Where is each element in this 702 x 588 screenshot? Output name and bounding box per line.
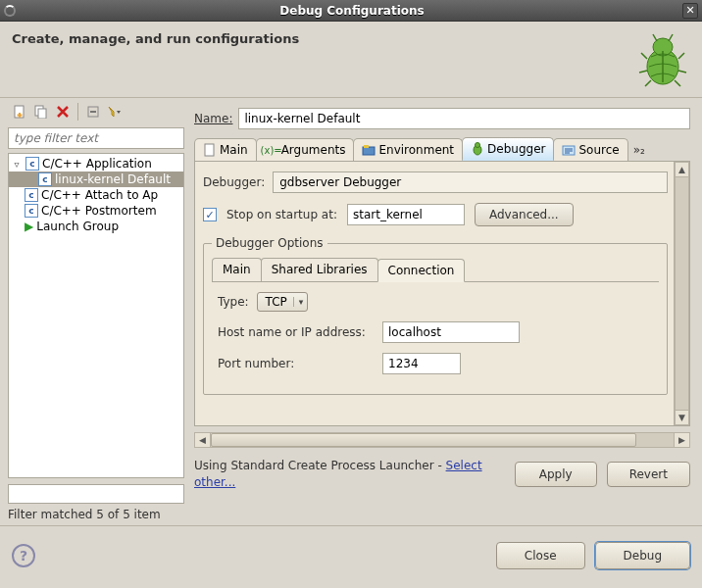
scroll-track[interactable] [211,433,674,447]
tabs-overflow-button[interactable]: »₂ [627,139,651,161]
tab-arguments[interactable]: (x)= Arguments [256,138,355,161]
subtab-connection[interactable]: Connection [377,259,466,282]
tree-label: C/C++ Attach to Ap [41,188,158,202]
debugger-label: Debugger: [203,175,265,189]
tab-label: Arguments [281,143,346,157]
tab-label: Main [220,143,248,157]
new-config-button[interactable] [10,102,29,122]
left-panel: ▿ c C/C++ Application c linux-kernel Def… [8,98,184,521]
tab-label: Environment [378,143,454,157]
svg-point-12 [476,143,480,148]
scroll-track[interactable] [675,177,689,410]
advanced-button[interactable]: Advanced... [475,203,574,226]
filter-status: Filter matched 5 of 5 item [8,508,184,521]
config-name-input[interactable] [238,108,690,129]
header-title: Create, manage, and run configurations [12,31,690,46]
dialog-footer: ? Close Debug [0,525,702,584]
debug-button[interactable]: Debug [595,542,690,569]
scroll-left-button[interactable]: ◀ [195,433,211,447]
filter-input[interactable] [8,127,184,149]
type-value: TCP [266,295,287,309]
tab-label: Source [578,143,619,157]
subtab-shared-libraries[interactable]: Shared Libraries [261,258,378,281]
stop-on-startup-input[interactable] [347,204,465,225]
scroll-right-button[interactable]: ▶ [674,433,689,447]
apply-button[interactable]: Apply [515,462,597,487]
name-label: Name: [194,112,232,125]
environment-icon [362,143,376,157]
stop-on-startup-label: Stop on startup at: [226,208,337,221]
debugger-value: gdbserver Debugger [273,172,668,193]
tree-item[interactable]: ▶ Launch Group [9,219,183,234]
c-app-icon: c [25,188,38,202]
chevron-down-icon: ▾ [293,297,304,307]
window-close-button[interactable]: ✕ [682,3,698,19]
dialog-header: Create, manage, and run configurations [0,22,702,98]
bug-small-icon [471,142,484,156]
c-app-icon: c [25,157,39,171]
subtab-main[interactable]: Main [212,258,262,281]
c-app-icon: c [25,204,38,218]
spinner-icon [4,5,16,17]
tree-label: C/C++ Postmortem [41,204,157,218]
port-input[interactable] [382,353,461,374]
revert-button[interactable]: Revert [607,462,690,487]
toolbar-separator [77,103,78,121]
host-label: Host name or IP address: [218,325,375,339]
type-select[interactable]: TCP ▾ [257,292,309,312]
scroll-up-button[interactable]: ▲ [675,162,689,177]
tree-item-selected[interactable]: c linux-kernel Default [9,172,183,187]
close-button[interactable]: Close [496,542,585,569]
window-title: Debug Configurations [22,4,682,18]
debugger-options-group: Debugger Options Main Shared Libraries C… [203,236,668,395]
port-label: Port number: [218,357,375,370]
launcher-text: Using Standard Create Process Launcher -… [194,458,505,491]
delete-config-button[interactable] [53,102,73,122]
tree-item[interactable]: c C/C++ Attach to Ap [9,187,183,203]
tab-bar: Main (x)= Arguments Environment Debugger… [194,137,690,162]
tab-label: Debugger [487,142,545,156]
scroll-thumb[interactable] [211,433,636,447]
tab-source[interactable]: Source [553,138,627,161]
svg-rect-4 [18,115,23,117]
duplicate-config-button[interactable] [31,102,51,122]
tree-category[interactable]: ▿ c C/C++ Application [9,156,183,172]
vertical-scrollbar[interactable]: ▲ ▼ [674,162,689,425]
config-toolbar [8,98,184,125]
bug-icon [633,29,692,88]
type-label: Type: [218,295,249,309]
tab-content: Debugger: gdbserver Debugger ✓ Stop on s… [194,162,690,426]
horizontal-scrollbar[interactable]: ◀ ▶ [194,432,690,448]
svg-rect-6 [38,109,46,119]
debugger-options-legend: Debugger Options [212,236,327,250]
tree-item[interactable]: c C/C++ Postmortem [9,203,183,219]
svg-rect-9 [363,147,375,155]
subtab-bar: Main Shared Libraries Connection [212,258,659,282]
source-icon [562,143,576,157]
config-tree[interactable]: ▿ c C/C++ Application c linux-kernel Def… [8,153,184,478]
right-panel: Name: Main (x)= Arguments Environment De… [184,98,694,521]
document-icon [203,143,217,157]
stop-on-startup-checkbox[interactable]: ✓ [203,208,217,221]
tab-main[interactable]: Main [194,138,257,161]
scroll-down-button[interactable]: ▼ [675,410,689,425]
c-app-icon: c [38,172,52,186]
window-titlebar: Debug Configurations ✕ [0,0,702,22]
collapse-icon[interactable]: ▿ [11,159,23,170]
svg-rect-8 [205,144,214,156]
status-scroll [8,484,184,504]
arguments-icon: (x)= [265,143,278,157]
tree-label: Launch Group [36,220,119,233]
tree-label: linux-kernel Default [55,172,171,186]
svg-rect-10 [364,145,369,148]
tab-environment[interactable]: Environment [353,138,463,161]
tree-label: C/C++ Application [42,157,152,171]
tab-debugger[interactable]: Debugger [462,137,554,161]
collapse-all-button[interactable] [83,102,103,122]
play-icon: ▶ [25,220,33,233]
help-button[interactable]: ? [12,544,35,567]
filter-menu-button[interactable] [105,102,125,122]
host-input[interactable] [382,321,520,343]
